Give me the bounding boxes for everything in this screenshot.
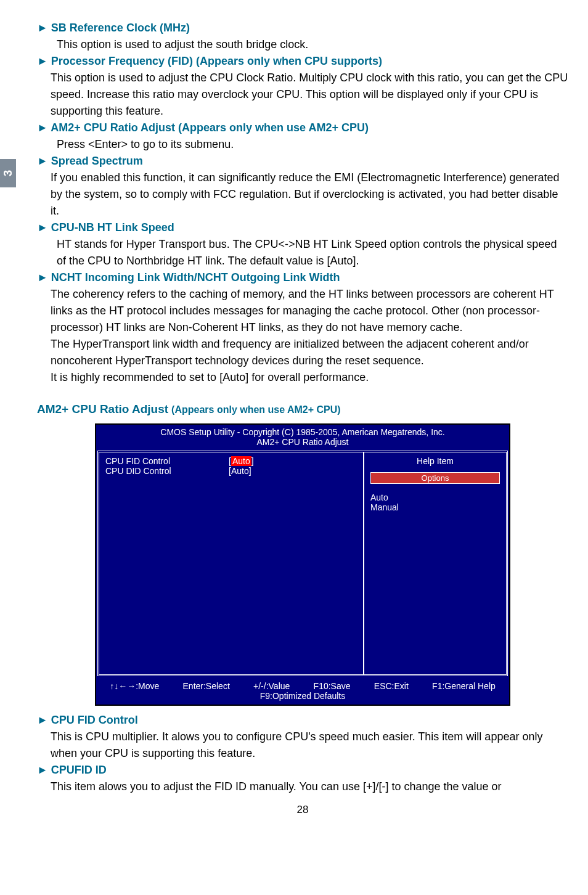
bios-options-head: Options [370,472,500,484]
section-title-big: AM2+ CPU Ratio Adjust [37,403,168,415]
arrow-icon: ► [37,155,51,167]
item-body: The HyperTransport link width and freque… [37,336,568,369]
bios-row: CPU DID Control[Auto] [105,466,357,476]
arrow-icon: ► [37,714,51,726]
item-heading: ► CPU-NB HT Link Speed [37,219,568,236]
item-body: HT stands for Hyper Transport bus. The C… [37,236,568,269]
tab-number: 3 [1,170,15,177]
item-body: Press <Enter> to go to its submenu. [37,136,568,153]
bios-title-line2: AM2+ CPU Ratio Adjust [96,437,509,447]
item-heading: ► Spread Spectrum [37,153,568,170]
section-title: AM2+ CPU Ratio Adjust (Appears only when… [37,401,568,419]
item-heading-text: Spread Spectrum [51,155,143,167]
arrow-icon: ► [37,271,51,284]
bios-title-line1: CMOS Setup Utility - Copyright (C) 1985-… [96,427,509,437]
item-body: The coherency refers to the caching of m… [37,286,568,336]
item-heading-text: Processor Frequency (FID) (Appears only … [51,55,382,67]
bios-option: Auto [370,492,500,502]
item-heading-text: NCHT Incoming Link Width/NCHT Outgoing L… [51,271,340,284]
bios-right-pane: Help Item Options AutoManual [363,452,506,674]
bios-title: CMOS Setup Utility - Copyright (C) 1985-… [96,425,509,449]
bios-key-defaults: F9:Optimized Defaults [101,691,504,701]
bios-left-pane: CPU FID Control[Auto]CPU DID Control[Aut… [99,452,363,674]
bios-row-label: CPU FID Control [105,456,229,466]
bios-key-enter: Enter:Select [183,681,230,691]
bios-row-value: [Auto] [229,456,254,466]
arrow-icon: ► [37,55,51,67]
bios-key-move: ↑↓←→:Move [110,681,159,691]
bios-options-list: AutoManual [370,492,500,512]
arrow-icon: ► [37,221,51,234]
item-heading: ► AM2+ CPU Ratio Adjust (Appears only wh… [37,120,568,136]
bios-key-exit: ESC:Exit [374,681,409,691]
item-heading: ► CPU FID Control [37,712,568,729]
bios-help-item-label: Help Item [370,456,500,466]
item-heading-text: SB Reference Clock (MHz) [51,22,190,34]
bios-footer: ↑↓←→:Move Enter:Select +/-/:Value F10:Sa… [96,677,509,705]
page-number: 28 [37,795,568,822]
item-heading-text: CPUFID ID [51,764,107,776]
item-heading-text: AM2+ CPU Ratio Adjust (Appears only when… [51,121,369,134]
bios-screenshot: CMOS Setup Utility - Copyright (C) 1985-… [95,423,510,706]
arrow-icon: ► [37,22,51,34]
section-title-small: (Appears only when use AM2+ CPU) [171,404,341,415]
item-heading: ► NCHT Incoming Link Width/NCHT Outgoing… [37,269,568,286]
bios-key-value: +/-/:Value [253,681,290,691]
bios-key-help: F1:General Help [432,681,496,691]
item-heading: ► CPUFID ID [37,762,568,779]
bios-row-label: CPU DID Control [105,466,229,476]
item-body: This item alows you to adjust the FID ID… [37,779,568,795]
item-heading: ► SB Reference Clock (MHz) [37,20,568,36]
bios-key-save: F10:Save [314,681,351,691]
item-body: This is CPU multiplier. It alows you to … [37,729,568,762]
item-body: This option is used to adjust the CPU Cl… [37,70,568,120]
bios-row: CPU FID Control[Auto] [105,456,357,466]
item-heading-text: CPU-NB HT Link Speed [51,221,174,234]
item-body: This option is used to adjust the south … [37,36,568,53]
bios-option: Manual [370,502,500,512]
item-body: If you enabled this function, it can sig… [37,170,568,219]
item-heading: ► Processor Frequency (FID) (Appears onl… [37,53,568,70]
bios-row-value: [Auto] [229,466,251,476]
arrow-icon: ► [37,764,51,776]
item-body: It is highly recommended to set to [Auto… [37,369,568,386]
page-tab: 3 [0,159,16,187]
item-heading-text: CPU FID Control [51,714,138,726]
arrow-icon: ► [37,121,51,134]
